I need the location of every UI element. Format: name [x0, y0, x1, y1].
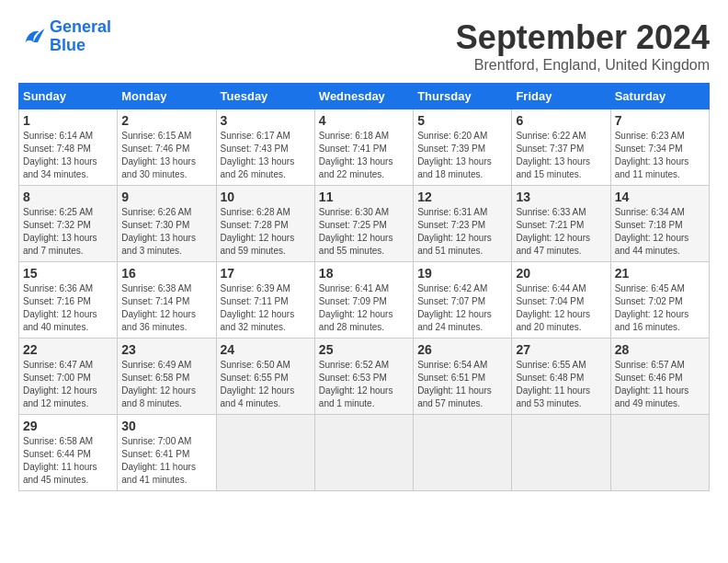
logo-text: General Blue [50, 18, 111, 55]
calendar-cell: 7Sunrise: 6:23 AM Sunset: 7:34 PM Daylig… [610, 109, 709, 186]
calendar-cell: 23Sunrise: 6:49 AM Sunset: 6:58 PM Dayli… [118, 339, 216, 415]
header-tuesday: Tuesday [216, 84, 314, 109]
day-detail: Sunrise: 6:22 AM Sunset: 7:37 PM Dayligh… [516, 130, 606, 181]
calendar-week-5: 29Sunrise: 6:58 AM Sunset: 6:44 PM Dayli… [19, 415, 710, 491]
day-number: 10 [221, 190, 311, 204]
calendar-cell: 3Sunrise: 6:17 AM Sunset: 7:43 PM Daylig… [216, 109, 314, 186]
day-detail: Sunrise: 6:36 AM Sunset: 7:16 PM Dayligh… [23, 282, 113, 334]
calendar-table: SundayMondayTuesdayWednesdayThursdayFrid… [18, 83, 710, 491]
day-number: 14 [615, 190, 705, 204]
calendar-cell: 14Sunrise: 6:34 AM Sunset: 7:18 PM Dayli… [610, 186, 709, 262]
day-detail: Sunrise: 6:50 AM Sunset: 6:55 PM Dayligh… [221, 359, 311, 410]
day-number: 11 [319, 190, 409, 204]
calendar-cell: 28Sunrise: 6:57 AM Sunset: 6:46 PM Dayli… [610, 339, 709, 415]
day-detail: Sunrise: 6:57 AM Sunset: 6:46 PM Dayligh… [615, 359, 705, 410]
day-detail: Sunrise: 6:58 AM Sunset: 6:44 PM Dayligh… [23, 435, 113, 487]
day-detail: Sunrise: 6:47 AM Sunset: 7:00 PM Dayligh… [23, 359, 113, 410]
calendar-cell: 4Sunrise: 6:18 AM Sunset: 7:41 PM Daylig… [314, 109, 413, 186]
title-section: September 2024 Brentford, England, Unite… [456, 18, 710, 74]
day-number: 7 [615, 113, 705, 128]
day-detail: Sunrise: 6:17 AM Sunset: 7:43 PM Dayligh… [221, 130, 311, 181]
calendar-cell [512, 415, 610, 491]
calendar-cell: 18Sunrise: 6:41 AM Sunset: 7:09 PM Dayli… [314, 262, 413, 339]
calendar-cell: 19Sunrise: 6:42 AM Sunset: 7:07 PM Dayli… [414, 262, 512, 339]
header-saturday: Saturday [610, 84, 709, 109]
calendar-cell [414, 415, 512, 491]
calendar-cell [610, 415, 709, 491]
calendar-cell: 6Sunrise: 6:22 AM Sunset: 7:37 PM Daylig… [512, 109, 610, 186]
day-number: 20 [516, 266, 606, 281]
calendar-cell: 15Sunrise: 6:36 AM Sunset: 7:16 PM Dayli… [19, 262, 118, 339]
day-number: 28 [615, 342, 705, 357]
calendar-cell: 29Sunrise: 6:58 AM Sunset: 6:44 PM Dayli… [19, 415, 118, 491]
header-wednesday: Wednesday [314, 84, 413, 109]
calendar-cell: 22Sunrise: 6:47 AM Sunset: 7:00 PM Dayli… [19, 339, 118, 415]
calendar-cell: 13Sunrise: 6:33 AM Sunset: 7:21 PM Dayli… [512, 186, 610, 262]
day-detail: Sunrise: 6:39 AM Sunset: 7:11 PM Dayligh… [221, 282, 311, 334]
calendar-week-4: 22Sunrise: 6:47 AM Sunset: 7:00 PM Dayli… [19, 339, 710, 415]
day-number: 22 [23, 342, 113, 357]
day-detail: Sunrise: 6:18 AM Sunset: 7:41 PM Dayligh… [319, 130, 409, 181]
day-number: 17 [221, 266, 311, 281]
calendar-cell: 30Sunrise: 7:00 AM Sunset: 6:41 PM Dayli… [118, 415, 216, 491]
day-detail: Sunrise: 6:41 AM Sunset: 7:09 PM Dayligh… [319, 282, 409, 334]
calendar-cell: 1Sunrise: 6:14 AM Sunset: 7:48 PM Daylig… [19, 109, 118, 186]
calendar-cell: 8Sunrise: 6:25 AM Sunset: 7:32 PM Daylig… [19, 186, 118, 262]
day-detail: Sunrise: 6:26 AM Sunset: 7:30 PM Dayligh… [121, 206, 211, 258]
calendar-cell: 25Sunrise: 6:52 AM Sunset: 6:53 PM Dayli… [314, 339, 413, 415]
calendar-cell: 11Sunrise: 6:30 AM Sunset: 7:25 PM Dayli… [314, 186, 413, 262]
day-number: 29 [23, 419, 113, 433]
day-detail: Sunrise: 6:45 AM Sunset: 7:02 PM Dayligh… [615, 282, 705, 334]
calendar-week-3: 15Sunrise: 6:36 AM Sunset: 7:16 PM Dayli… [19, 262, 710, 339]
calendar-week-1: 1Sunrise: 6:14 AM Sunset: 7:48 PM Daylig… [19, 109, 710, 186]
calendar-cell [314, 415, 413, 491]
logo-icon [18, 23, 46, 51]
header-friday: Friday [512, 84, 610, 109]
day-detail: Sunrise: 6:55 AM Sunset: 6:48 PM Dayligh… [516, 359, 606, 410]
day-detail: Sunrise: 6:30 AM Sunset: 7:25 PM Dayligh… [319, 206, 409, 258]
day-detail: Sunrise: 6:54 AM Sunset: 6:51 PM Dayligh… [417, 359, 507, 410]
calendar-cell: 9Sunrise: 6:26 AM Sunset: 7:30 PM Daylig… [118, 186, 216, 262]
day-number: 13 [516, 190, 606, 204]
day-number: 1 [23, 113, 113, 128]
month-title: September 2024 [456, 18, 710, 57]
day-number: 25 [319, 342, 409, 357]
day-number: 24 [221, 342, 311, 357]
day-detail: Sunrise: 6:25 AM Sunset: 7:32 PM Dayligh… [23, 206, 113, 258]
day-number: 12 [417, 190, 507, 204]
calendar-cell: 27Sunrise: 6:55 AM Sunset: 6:48 PM Dayli… [512, 339, 610, 415]
header-thursday: Thursday [414, 84, 512, 109]
day-detail: Sunrise: 6:44 AM Sunset: 7:04 PM Dayligh… [516, 282, 606, 334]
day-number: 15 [23, 266, 113, 281]
day-number: 19 [417, 266, 507, 281]
day-detail: Sunrise: 6:14 AM Sunset: 7:48 PM Dayligh… [23, 130, 113, 181]
calendar-cell: 10Sunrise: 6:28 AM Sunset: 7:28 PM Dayli… [216, 186, 314, 262]
day-number: 26 [417, 342, 507, 357]
calendar-cell: 5Sunrise: 6:20 AM Sunset: 7:39 PM Daylig… [414, 109, 512, 186]
day-detail: Sunrise: 6:38 AM Sunset: 7:14 PM Dayligh… [121, 282, 211, 334]
day-number: 4 [319, 113, 409, 128]
day-detail: Sunrise: 6:28 AM Sunset: 7:28 PM Dayligh… [221, 206, 311, 258]
day-number: 21 [615, 266, 705, 281]
day-detail: Sunrise: 6:15 AM Sunset: 7:46 PM Dayligh… [121, 130, 211, 181]
day-detail: Sunrise: 6:42 AM Sunset: 7:07 PM Dayligh… [417, 282, 507, 334]
day-number: 9 [121, 190, 211, 204]
day-detail: Sunrise: 6:23 AM Sunset: 7:34 PM Dayligh… [615, 130, 705, 181]
day-number: 5 [417, 113, 507, 128]
day-number: 6 [516, 113, 606, 128]
day-detail: Sunrise: 7:00 AM Sunset: 6:41 PM Dayligh… [121, 435, 211, 487]
logo: General Blue [18, 18, 111, 55]
day-detail: Sunrise: 6:33 AM Sunset: 7:21 PM Dayligh… [516, 206, 606, 258]
calendar-cell: 20Sunrise: 6:44 AM Sunset: 7:04 PM Dayli… [512, 262, 610, 339]
header-monday: Monday [118, 84, 216, 109]
day-number: 2 [121, 113, 211, 128]
calendar-header-row: SundayMondayTuesdayWednesdayThursdayFrid… [19, 84, 710, 109]
calendar-cell: 24Sunrise: 6:50 AM Sunset: 6:55 PM Dayli… [216, 339, 314, 415]
day-detail: Sunrise: 6:34 AM Sunset: 7:18 PM Dayligh… [615, 206, 705, 258]
day-detail: Sunrise: 6:20 AM Sunset: 7:39 PM Dayligh… [417, 130, 507, 181]
calendar-cell: 17Sunrise: 6:39 AM Sunset: 7:11 PM Dayli… [216, 262, 314, 339]
day-number: 27 [516, 342, 606, 357]
day-detail: Sunrise: 6:31 AM Sunset: 7:23 PM Dayligh… [417, 206, 507, 258]
calendar-week-2: 8Sunrise: 6:25 AM Sunset: 7:32 PM Daylig… [19, 186, 710, 262]
location-subtitle: Brentford, England, United Kingdom [456, 57, 710, 74]
